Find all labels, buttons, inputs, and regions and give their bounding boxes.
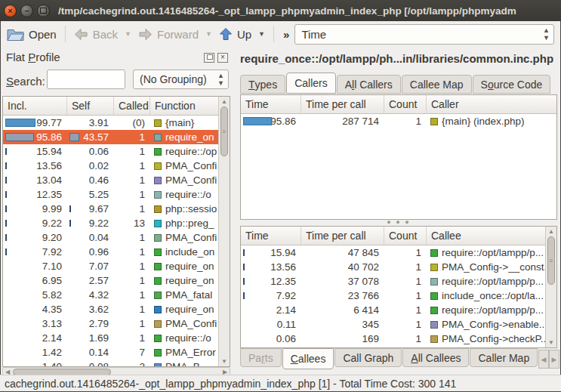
function-name: require::/op (165, 146, 217, 157)
table-row[interactable]: 15.9447 8451require::/opt/lampp/p... (241, 245, 545, 260)
table-row[interactable]: 1.400.082PMA_B (3, 360, 218, 366)
table-row[interactable]: 99.773.91(0){main} (3, 116, 218, 130)
toolbar-separator (65, 26, 66, 42)
tab-parts[interactable]: Parts (240, 348, 282, 367)
table-row[interactable]: 12.3537 0781require::/opt/lampp/p... (241, 274, 545, 289)
event-type-select[interactable]: Time ▲▼ (294, 24, 554, 45)
forward-button[interactable]: Forward (136, 26, 201, 42)
tab-scroll-left-arrow-icon[interactable]: ◀ (538, 350, 549, 369)
back-button[interactable]: Back (72, 26, 120, 42)
column-header-time[interactable]: Time (241, 227, 301, 245)
tab-callee-map[interactable]: Callee Map (402, 75, 472, 94)
table-row[interactable]: 0.113451PMA_Config->enable... (241, 317, 545, 332)
tab-source-code[interactable]: Source Code (473, 75, 551, 94)
table-row[interactable]: 13.560.021PMA_Confi (3, 159, 218, 173)
window-minimize-button[interactable]: – (20, 5, 33, 17)
table-row[interactable]: 2.141.691require::/o (3, 331, 218, 345)
table-row[interactable]: 6.952.571require_on (3, 273, 218, 288)
function-cell: php::sessio (150, 202, 218, 216)
table-row[interactable]: 9.200.041PMA_Confi (3, 230, 218, 245)
table-row[interactable]: 13.5640 7021PMA_Config->__const... (241, 260, 545, 274)
table-row[interactable]: 9.999.671php::sessio (3, 202, 218, 216)
tab-all-callers[interactable]: All Callers (337, 75, 401, 94)
scroll-down-arrow-icon[interactable]: ▼ (546, 339, 556, 346)
function-cell: require::/opt/lampp/p... (427, 245, 545, 260)
table-row[interactable]: 15.940.061require::/op (3, 144, 218, 159)
grouping-select[interactable]: (No Grouping) ▲▼ (133, 69, 229, 89)
cell-value: 1.40 (42, 361, 62, 366)
function-name: require_on (165, 261, 214, 272)
table-row[interactable]: 95.86287 7141{main} (index.php) (241, 114, 556, 128)
splitter-handle[interactable]: ● ● ● (240, 218, 557, 226)
window-maximize-button[interactable] (37, 5, 50, 17)
window-close-button[interactable]: × (4, 5, 17, 17)
spinner-arrows-icon[interactable]: ▲▼ (543, 26, 550, 42)
tab-all-callees[interactable]: All Callees (402, 348, 469, 367)
table-row[interactable]: 3.132.791PMA_Confi (3, 316, 218, 331)
column-header-count[interactable]: Count (384, 95, 427, 113)
column-header-incl[interactable]: Incl. (3, 97, 67, 115)
tab-caller-map[interactable]: Caller Map (470, 348, 538, 367)
cost-bar (243, 264, 245, 270)
table-row[interactable]: 9.229.2213php::preg_ (3, 216, 218, 230)
table-row[interactable]: 1.420.147PMA_Error (3, 345, 218, 360)
cost-bar (243, 249, 245, 256)
column-header-called[interactable]: Called (114, 97, 150, 115)
table-row[interactable]: 4.353.621require_on (3, 302, 218, 316)
scrollbar-thumb[interactable]: ≡ (220, 106, 228, 156)
table-row[interactable]: 95.8643.571require_on (3, 130, 218, 144)
table-row[interactable]: 7.9223 7661include_once::/opt/la... (241, 289, 545, 303)
dock-float-button[interactable] (204, 53, 214, 63)
cell-value: 1 (415, 261, 421, 273)
tab-callers[interactable]: Callers (286, 73, 336, 94)
function-color-icon (154, 263, 162, 270)
back-dropdown-caret-icon[interactable]: ▼ (125, 30, 131, 38)
column-header-time[interactable]: Time (241, 95, 301, 113)
search-input[interactable] (47, 69, 125, 89)
table-row[interactable]: 2.146 4141require::/opt/lampp/p... (241, 303, 545, 317)
column-header-time-per-call[interactable]: Time per call (301, 227, 384, 245)
table-row[interactable]: 5.824.321PMA_fatal (3, 288, 218, 302)
table-row[interactable]: 7.107.071require_on (3, 259, 218, 273)
column-header-caller[interactable]: Caller (427, 95, 556, 113)
function-name: {main} (index.php) (442, 116, 525, 127)
cell-value: 95.86 (36, 131, 62, 143)
forward-dropdown-caret-icon[interactable]: ▼ (205, 30, 212, 38)
scroll-down-arrow-icon[interactable]: ▼ (219, 358, 230, 365)
column-header-time-per-call[interactable]: Time per call (301, 95, 384, 113)
tab-call-graph[interactable]: Call Graph (334, 348, 402, 367)
scrollbar-thumb[interactable]: ≡ (547, 236, 555, 285)
spinner-arrows-icon[interactable]: ▲▼ (217, 72, 224, 87)
callees-vertical-scrollbar[interactable]: ▲ ≡ ▼ (545, 227, 556, 347)
cell-called: 1 (114, 159, 150, 173)
cell-value: 9.67 (89, 203, 109, 215)
dock-close-button[interactable]: × (217, 53, 228, 63)
up-dropdown-caret-icon[interactable]: ▼ (258, 30, 265, 38)
function-color-icon (430, 278, 438, 286)
cell-value: 1 (415, 290, 421, 301)
cell-called: 7 (114, 345, 150, 360)
toolbar-overflow-chevron[interactable]: » (283, 28, 289, 41)
up-button[interactable]: Up (217, 26, 254, 42)
tab-callees[interactable]: Callees (282, 348, 334, 369)
column-header-count[interactable]: Count (384, 227, 427, 245)
cell-value: 2.14 (276, 304, 296, 316)
flat-profile-vertical-scrollbar[interactable]: ▲ ≡ ▼ (218, 97, 230, 366)
column-header-self[interactable]: Self (67, 97, 114, 115)
tab-scroll-right-arrow-icon[interactable]: ▶ (549, 350, 559, 369)
cell-value: 1 (139, 174, 145, 186)
cell-incl: 7.92 (3, 245, 67, 259)
column-header-function[interactable]: Function (150, 97, 218, 115)
scroll-up-arrow-icon[interactable]: ▲ (546, 228, 556, 235)
table-row[interactable]: 13.040.461PMA_Confi (3, 173, 218, 187)
tab-types[interactable]: Types (240, 75, 285, 94)
cell-value: 13.56 (270, 261, 296, 273)
function-color-icon (154, 363, 162, 367)
table-row[interactable]: 7.920.961include_on (3, 245, 218, 259)
function-color-icon (430, 249, 438, 257)
open-button[interactable]: Open (5, 26, 59, 43)
scroll-up-arrow-icon[interactable]: ▲ (219, 98, 230, 105)
column-header-callee[interactable]: Callee (427, 227, 545, 245)
table-row[interactable]: 12.355.251require::/o (3, 187, 218, 202)
table-row[interactable]: 0.061691PMA_Config->checkP... (241, 332, 545, 346)
